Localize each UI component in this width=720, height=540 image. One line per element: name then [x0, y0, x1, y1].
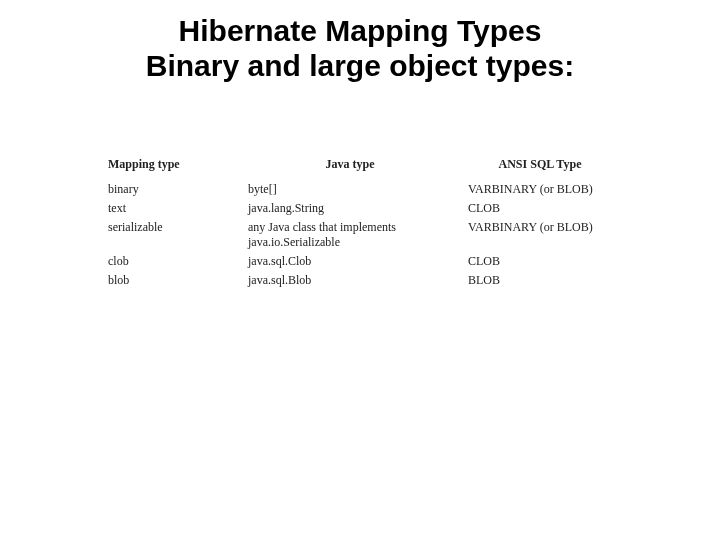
header-java-type: Java type [240, 153, 460, 180]
cell-java: java.sql.Blob [240, 271, 460, 290]
cell-java: byte[] [240, 180, 460, 199]
cell-java: any Java class that implements java.io.S… [240, 218, 460, 252]
cell-java: java.sql.Clob [240, 252, 460, 271]
cell-sql: CLOB [460, 199, 620, 218]
title-line-2: Binary and large object types: [60, 49, 660, 84]
table-row: text java.lang.String CLOB [100, 199, 620, 218]
cell-mapping: binary [100, 180, 240, 199]
title-line-1: Hibernate Mapping Types [60, 14, 660, 49]
cell-sql: VARBINARY (or BLOB) [460, 180, 620, 199]
header-sql-type: ANSI SQL Type [460, 153, 620, 180]
cell-java: java.lang.String [240, 199, 460, 218]
cell-mapping: serializable [100, 218, 240, 252]
cell-sql: CLOB [460, 252, 620, 271]
cell-sql: BLOB [460, 271, 620, 290]
table-row: binary byte[] VARBINARY (or BLOB) [100, 180, 620, 199]
cell-mapping: clob [100, 252, 240, 271]
table-row: clob java.sql.Clob CLOB [100, 252, 620, 271]
table-row: blob java.sql.Blob BLOB [100, 271, 620, 290]
mapping-types-table: Mapping type Java type ANSI SQL Type bin… [100, 153, 620, 290]
table-header-row: Mapping type Java type ANSI SQL Type [100, 153, 620, 180]
header-mapping-type: Mapping type [100, 153, 240, 180]
cell-mapping: blob [100, 271, 240, 290]
slide-title-block: Hibernate Mapping Types Binary and large… [0, 0, 720, 83]
table-row: serializable any Java class that impleme… [100, 218, 620, 252]
table-container: Mapping type Java type ANSI SQL Type bin… [0, 153, 720, 290]
cell-sql: VARBINARY (or BLOB) [460, 218, 620, 252]
cell-mapping: text [100, 199, 240, 218]
